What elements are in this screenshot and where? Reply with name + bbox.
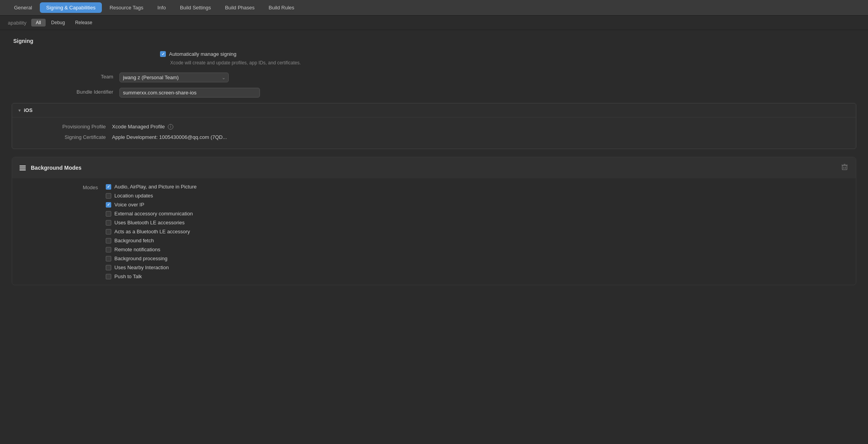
mode-checkbox-audio[interactable] (106, 184, 111, 190)
mode-checkbox-background-processing[interactable] (106, 256, 111, 261)
mode-label-bluetooth-accessory: Acts as a Bluetooth LE accessory (114, 229, 190, 234)
modes-label: Modes (20, 184, 98, 190)
tab-build-phases[interactable]: Build Phases (219, 2, 261, 13)
filter-all[interactable]: All (31, 19, 46, 27)
capability-header-left: Background Modes (18, 163, 82, 172)
filter-prefix-label: apability (8, 20, 27, 26)
mode-checkbox-location[interactable] (106, 193, 111, 199)
mode-label-voip: Voice over IP (114, 202, 144, 208)
bundle-id-row: Bundle Identifier (12, 88, 856, 98)
tab-bar: General Signing & Capabilities Resource … (0, 0, 868, 16)
capability-header: Background Modes (12, 157, 856, 178)
mode-label-push-to-talk: Push to Talk (114, 274, 142, 279)
tab-signing-capabilities[interactable]: Signing & Capabilities (40, 2, 101, 13)
auto-manage-checkbox[interactable] (160, 51, 166, 57)
mode-item-voip: Voice over IP (106, 202, 197, 208)
main-content: Signing Automatically manage signing Xco… (0, 30, 868, 301)
bundle-id-input[interactable] (119, 88, 260, 98)
mode-item-audio: Audio, AirPlay, and Picture in Picture (106, 184, 197, 190)
mode-label-remote-notifications: Remote notifications (114, 247, 160, 252)
tab-build-settings[interactable]: Build Settings (174, 2, 217, 13)
background-modes-title: Background Modes (31, 165, 82, 171)
mode-item-nearby-interaction: Uses Nearby Interaction (106, 265, 197, 270)
provisioning-profile-text: Xcode Managed Profile (112, 124, 165, 130)
mode-label-background-processing: Background processing (114, 256, 167, 261)
mode-checkbox-background-fetch[interactable] (106, 238, 111, 243)
mode-item-remote-notifications: Remote notifications (106, 247, 197, 252)
ios-title: iOS (24, 107, 32, 113)
tab-info[interactable]: Info (151, 2, 172, 13)
auto-manage-description: Xcode will create and update profiles, a… (12, 59, 856, 66)
ios-header[interactable]: ▾ iOS (12, 103, 856, 117)
bundle-id-label: Bundle Identifier (35, 88, 113, 95)
filter-bar: apability All Debug Release (0, 16, 868, 30)
ios-section: ▾ iOS Provisioning Profile Xcode Managed… (12, 103, 856, 149)
mode-checkbox-nearby-interaction[interactable] (106, 265, 111, 270)
background-modes-section: Background Modes Modes Audio, AirPlay, a… (12, 157, 856, 285)
team-select-wrapper: jwang z (Personal Team) (119, 73, 229, 82)
tab-build-rules[interactable]: Build Rules (262, 2, 301, 13)
delete-background-modes-button[interactable] (840, 162, 850, 174)
tab-general[interactable]: General (8, 2, 38, 13)
modes-row: Modes Audio, AirPlay, and Picture in Pic… (12, 178, 856, 285)
mode-label-nearby-interaction: Uses Nearby Interaction (114, 265, 169, 270)
signing-certificate-value: Apple Development: 1005430006@qq.com (7Q… (112, 134, 227, 140)
provisioning-profile-row: Provisioning Profile Xcode Managed Profi… (12, 121, 856, 132)
mode-label-background-fetch: Background fetch (114, 238, 154, 243)
background-modes-icon (18, 163, 27, 172)
mode-label-bluetooth-le: Uses Bluetooth LE accessories (114, 220, 185, 226)
team-value: jwang z (Personal Team) (119, 73, 856, 82)
mode-item-push-to-talk: Push to Talk (106, 274, 197, 279)
mode-item-bluetooth-accessory: Acts as a Bluetooth LE accessory (106, 229, 197, 234)
provisioning-profile-label: Provisioning Profile (20, 124, 106, 130)
mode-label-external-accessory: External accessory communication (114, 211, 193, 217)
team-label: Team (35, 73, 113, 80)
mode-checkbox-voip[interactable] (106, 202, 111, 208)
ios-chevron-icon: ▾ (18, 108, 21, 113)
svg-rect-1 (20, 167, 26, 169)
mode-checkbox-push-to-talk[interactable] (106, 274, 111, 279)
team-row: Team jwang z (Personal Team) (12, 73, 856, 82)
team-select[interactable]: jwang z (Personal Team) (119, 73, 229, 82)
svg-rect-3 (842, 165, 847, 170)
mode-label-audio: Audio, AirPlay, and Picture in Picture (114, 184, 197, 190)
mode-item-background-fetch: Background fetch (106, 238, 197, 243)
signing-section: Signing Automatically manage signing Xco… (12, 38, 856, 149)
auto-manage-label: Automatically manage signing (169, 51, 237, 57)
tab-resource-tags[interactable]: Resource Tags (103, 2, 149, 13)
auto-manage-row: Automatically manage signing (12, 51, 856, 57)
mode-checkbox-external-accessory[interactable] (106, 211, 111, 217)
mode-checkbox-remote-notifications[interactable] (106, 247, 111, 252)
ios-body: Provisioning Profile Xcode Managed Profi… (12, 117, 856, 149)
mode-item-bluetooth-le: Uses Bluetooth LE accessories (106, 220, 197, 226)
mode-item-external-accessory: External accessory communication (106, 211, 197, 217)
provisioning-profile-value: Xcode Managed Profile i (112, 124, 173, 130)
provisioning-profile-info-icon[interactable]: i (168, 124, 173, 130)
svg-rect-2 (20, 169, 26, 170)
svg-rect-0 (20, 165, 26, 167)
signing-title: Signing (12, 38, 856, 44)
signing-certificate-text: Apple Development: 1005430006@qq.com (7Q… (112, 134, 227, 140)
signing-certificate-row: Signing Certificate Apple Development: 1… (12, 132, 856, 142)
mode-label-location: Location updates (114, 193, 153, 199)
filter-debug[interactable]: Debug (46, 19, 69, 27)
mode-item-background-processing: Background processing (106, 256, 197, 261)
mode-checkbox-bluetooth-le[interactable] (106, 220, 111, 226)
mode-checkbox-bluetooth-accessory[interactable] (106, 229, 111, 234)
filter-release[interactable]: Release (70, 19, 97, 27)
bundle-id-value (119, 88, 856, 98)
signing-certificate-label: Signing Certificate (20, 134, 106, 140)
modes-list: Audio, AirPlay, and Picture in PictureLo… (106, 184, 197, 279)
mode-item-location: Location updates (106, 193, 197, 199)
